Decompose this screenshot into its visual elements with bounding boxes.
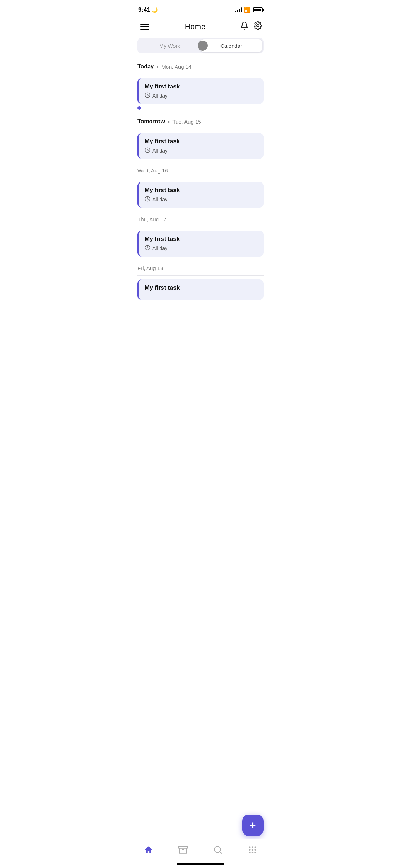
day-divider-fri xyxy=(137,275,264,276)
day-label-wed: Wed, Aug 16 xyxy=(137,167,168,174)
day-date-today: Mon, Aug 14 xyxy=(161,64,191,70)
wifi-icon: 📶 xyxy=(244,7,251,13)
svg-point-0 xyxy=(257,25,259,27)
clock-icon-wed-1 xyxy=(145,196,150,203)
battery-icon xyxy=(253,7,263,12)
day-divider-wed xyxy=(137,178,264,178)
day-header-tomorrow: Tomorrow • Tue, Aug 15 xyxy=(137,115,264,129)
moon-icon: 🌙 xyxy=(152,7,158,13)
day-label-fri: Fri, Aug 18 xyxy=(137,265,163,271)
page-title: Home xyxy=(185,22,206,31)
day-divider-tomorrow xyxy=(137,129,264,129)
task-time-tue-1: All day xyxy=(145,147,258,154)
tab-calendar[interactable]: Calendar xyxy=(200,39,262,52)
task-card-thu-1[interactable]: My first task All day xyxy=(137,231,264,257)
tab-dot-indicator xyxy=(198,41,208,51)
day-separator-today: • xyxy=(157,64,158,70)
signal-icon xyxy=(235,7,242,12)
day-date-tomorrow: Tue, Aug 15 xyxy=(172,119,201,125)
task-title-thu-1: My first task xyxy=(145,236,258,243)
task-title-wed-1: My first task xyxy=(145,187,258,194)
day-separator-tomorrow: • xyxy=(168,119,170,125)
header: Home xyxy=(131,18,270,38)
time-line xyxy=(141,108,264,108)
tab-switcher: My Work Calendar xyxy=(137,38,264,53)
day-section-wed: Wed, Aug 16 My first task All day xyxy=(137,165,264,208)
notification-bell-icon[interactable] xyxy=(240,21,249,32)
day-divider-today xyxy=(137,74,264,74)
task-card-tue-1[interactable]: My first task All day xyxy=(137,133,264,159)
main-content: Today • Mon, Aug 14 My first task All da… xyxy=(131,61,270,341)
day-section-fri: Fri, Aug 18 My first task xyxy=(137,262,264,300)
status-bar: 9:41 🌙 📶 xyxy=(131,0,270,18)
clock-icon-thu-1 xyxy=(145,245,150,252)
tab-mywork[interactable]: My Work xyxy=(139,39,200,52)
day-label-today: Today xyxy=(137,63,154,70)
menu-button[interactable] xyxy=(139,22,150,31)
task-card-wed-1[interactable]: My first task All day xyxy=(137,182,264,208)
header-actions xyxy=(240,21,262,32)
day-header-wed: Wed, Aug 16 xyxy=(137,165,264,178)
status-icons: 📶 xyxy=(235,7,263,13)
task-card-today-1[interactable]: My first task All day xyxy=(137,78,264,104)
day-header-fri: Fri, Aug 18 xyxy=(137,262,264,275)
time-indicator xyxy=(137,106,264,110)
hamburger-line-3 xyxy=(140,29,149,30)
day-section-thu: Thu, Aug 17 My first task All day xyxy=(137,213,264,257)
status-time: 9:41 xyxy=(138,6,150,14)
hamburger-line-2 xyxy=(140,26,149,27)
day-section-tomorrow: Tomorrow • Tue, Aug 15 My first task All… xyxy=(137,115,264,159)
task-card-fri-1[interactable]: My first task xyxy=(137,279,264,300)
clock-icon-today-1 xyxy=(145,92,150,99)
task-title-today-1: My first task xyxy=(145,83,258,90)
settings-gear-icon[interactable] xyxy=(254,21,262,32)
day-label-thu: Thu, Aug 17 xyxy=(137,216,166,222)
task-time-today-1: All day xyxy=(145,92,258,99)
task-time-thu-1: All day xyxy=(145,245,258,252)
task-title-fri-1: My first task xyxy=(145,284,258,291)
task-time-wed-1: All day xyxy=(145,196,258,203)
day-divider-thu xyxy=(137,227,264,227)
task-title-tue-1: My first task xyxy=(145,138,258,145)
clock-icon-tue-1 xyxy=(145,147,150,154)
day-label-tomorrow: Tomorrow xyxy=(137,118,165,125)
day-header-today: Today • Mon, Aug 14 xyxy=(137,61,264,74)
hamburger-line-1 xyxy=(140,24,149,25)
day-section-today: Today • Mon, Aug 14 My first task All da… xyxy=(137,61,264,110)
day-header-thu: Thu, Aug 17 xyxy=(137,213,264,227)
